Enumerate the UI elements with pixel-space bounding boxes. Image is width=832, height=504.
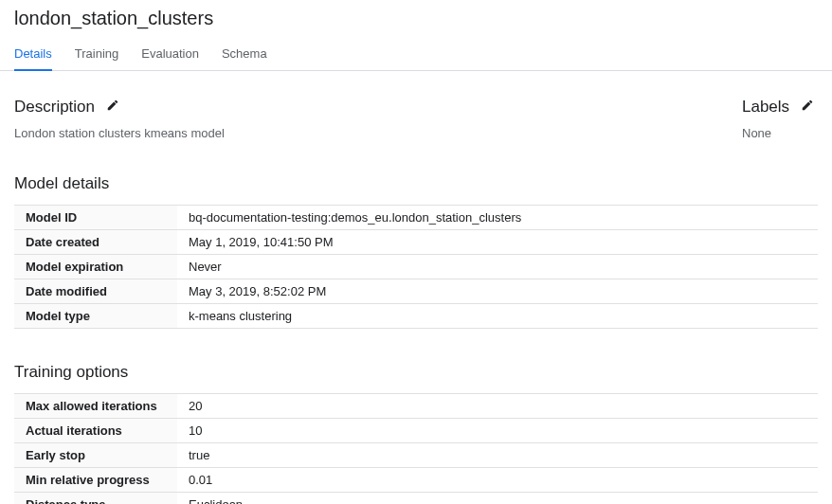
- table-key: Model type: [14, 304, 177, 329]
- table-value: bq-documentation-testing:demos_eu.london…: [177, 206, 818, 230]
- table-key: Early stop: [14, 443, 177, 468]
- table-value: Never: [177, 255, 818, 279]
- table-value: May 3, 2019, 8:52:02 PM: [177, 279, 818, 304]
- tabs-bar: Details Training Evaluation Schema: [0, 39, 832, 71]
- table-row: Min relative progress0.01: [14, 468, 818, 493]
- table-row: Early stoptrue: [14, 443, 818, 468]
- model-details-table: Model IDbq-documentation-testing:demos_e…: [14, 205, 818, 329]
- table-row: Date createdMay 1, 2019, 10:41:50 PM: [14, 230, 818, 255]
- description-text: London station clusters kmeans model: [14, 126, 225, 140]
- table-key: Max allowed iterations: [14, 394, 177, 419]
- tab-training[interactable]: Training: [75, 39, 118, 70]
- training-options-heading: Training options: [14, 363, 818, 382]
- tab-evaluation[interactable]: Evaluation: [141, 39, 199, 70]
- table-key: Actual iterations: [14, 419, 177, 443]
- table-row: Max allowed iterations20: [14, 394, 818, 419]
- table-key: Date modified: [14, 279, 177, 304]
- edit-description-icon[interactable]: [106, 99, 119, 116]
- table-value: May 1, 2019, 10:41:50 PM: [177, 230, 818, 255]
- model-details-heading: Model details: [14, 174, 818, 193]
- table-row: Model typek-means clustering: [14, 304, 818, 329]
- table-key: Model ID: [14, 206, 177, 230]
- table-value: 0.01: [177, 468, 818, 493]
- tab-details[interactable]: Details: [14, 39, 52, 70]
- table-row: Date modifiedMay 3, 2019, 8:52:02 PM: [14, 279, 818, 304]
- labels-value: None: [742, 126, 818, 140]
- table-value: Euclidean: [177, 493, 818, 505]
- table-row: Model IDbq-documentation-testing:demos_e…: [14, 206, 818, 230]
- table-value: true: [177, 443, 818, 468]
- table-key: Model expiration: [14, 255, 177, 279]
- table-key: Min relative progress: [14, 468, 177, 493]
- table-value: k-means clustering: [177, 304, 818, 329]
- table-row: Distance typeEuclidean: [14, 493, 818, 505]
- training-options-table: Max allowed iterations20Actual iteration…: [14, 393, 818, 504]
- table-key: Date created: [14, 230, 177, 255]
- table-key: Distance type: [14, 493, 177, 505]
- table-value: 20: [177, 394, 818, 419]
- labels-heading: Labels: [742, 98, 789, 117]
- labels-section: Labels None: [742, 98, 818, 140]
- description-section: Description London station clusters kmea…: [14, 98, 225, 140]
- table-value: 10: [177, 419, 818, 443]
- description-heading: Description: [14, 98, 95, 117]
- edit-labels-icon[interactable]: [801, 99, 814, 116]
- table-row: Actual iterations10: [14, 419, 818, 443]
- page-title: london_station_clusters: [0, 0, 832, 39]
- tab-schema[interactable]: Schema: [222, 39, 267, 70]
- table-row: Model expirationNever: [14, 255, 818, 279]
